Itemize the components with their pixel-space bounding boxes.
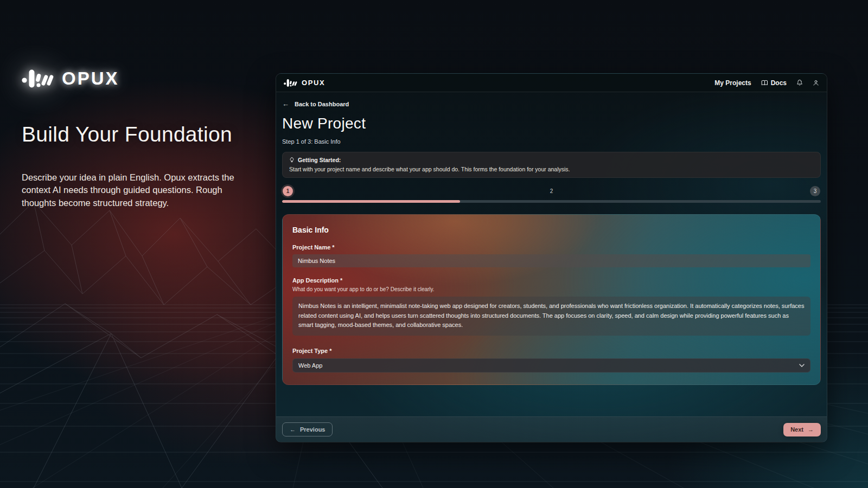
arrow-left-icon: ← — [282, 100, 289, 108]
nav-my-projects-label: My Projects — [714, 79, 751, 87]
card-title: Basic Info — [292, 226, 810, 234]
opux-logo-icon — [284, 79, 298, 87]
hero-logo: OPUX — [22, 68, 263, 89]
project-name-label: Project Name * — [292, 244, 810, 251]
wizard-steps: 1 2 3 — [282, 186, 821, 196]
previous-button[interactable]: ← Previous — [282, 422, 333, 436]
project-type-label: Project Type * — [292, 348, 810, 354]
bell-icon — [796, 79, 803, 86]
app-window: OPUX My Projects Docs — [276, 73, 827, 442]
opux-logo-icon — [22, 68, 55, 89]
chevron-down-icon — [799, 364, 805, 367]
back-link-label: Back to Dashboard — [295, 101, 349, 107]
hero-description: Describe your idea in plain English. Opu… — [22, 171, 255, 209]
nav-link-docs[interactable]: Docs — [761, 79, 787, 87]
user-menu-button[interactable] — [813, 79, 819, 86]
user-icon — [813, 79, 819, 86]
arrow-right-icon: → — [808, 426, 814, 433]
basic-info-card: Basic Info Project Name * App Descriptio… — [282, 214, 821, 385]
window-body: ← Back to Dashboard New Project Step 1 o… — [276, 100, 827, 425]
step-2-marker[interactable]: 2 — [546, 186, 557, 196]
project-type-value: Web App — [298, 362, 322, 369]
navbar-logo[interactable]: OPUX — [284, 79, 325, 87]
wizard-footer: ← Previous Next → — [276, 416, 827, 442]
notifications-button[interactable] — [796, 79, 803, 86]
top-navbar: OPUX My Projects Docs — [276, 74, 827, 92]
tip-title: Getting Started: — [298, 157, 341, 163]
hero-logo-text: OPUX — [62, 68, 119, 89]
nav-link-my-projects[interactable]: My Projects — [714, 79, 751, 87]
lightbulb-icon — [289, 157, 295, 163]
arrow-left-icon: ← — [290, 426, 296, 433]
navbar-logo-text: OPUX — [302, 79, 325, 87]
app-description-label: App Description * — [292, 277, 810, 284]
app-description-helper: What do you want your app to do or be? D… — [292, 286, 810, 292]
tip-body: Start with your project name and describ… — [289, 166, 814, 172]
progress-fill — [282, 200, 460, 203]
previous-button-label: Previous — [300, 426, 325, 433]
step-indicator-text: Step 1 of 3: Basic Info — [282, 138, 821, 145]
nav-docs-label: Docs — [771, 79, 787, 87]
next-button-label: Next — [790, 426, 803, 433]
tip-title-row: Getting Started: — [289, 157, 814, 163]
step-1-marker[interactable]: 1 — [283, 186, 293, 196]
navbar-actions: My Projects Docs — [714, 79, 819, 87]
page-title: New Project — [282, 115, 821, 132]
hero-title: Build Your Foundation — [22, 123, 263, 146]
project-name-input[interactable] — [292, 254, 810, 267]
book-icon — [761, 80, 768, 86]
getting-started-tip: Getting Started: Start with your project… — [282, 152, 821, 178]
back-to-dashboard-link[interactable]: ← Back to Dashboard — [282, 100, 349, 108]
progress-bar-track — [282, 200, 821, 203]
hero-panel: OPUX Build Your Foundation Describe your… — [22, 68, 263, 209]
step-3-marker[interactable]: 3 — [810, 186, 820, 196]
next-button[interactable]: Next → — [783, 423, 821, 436]
project-type-select[interactable]: Web App — [292, 358, 810, 373]
app-description-textarea[interactable]: Nimbus Notes is an intelligent, minimali… — [292, 297, 810, 336]
